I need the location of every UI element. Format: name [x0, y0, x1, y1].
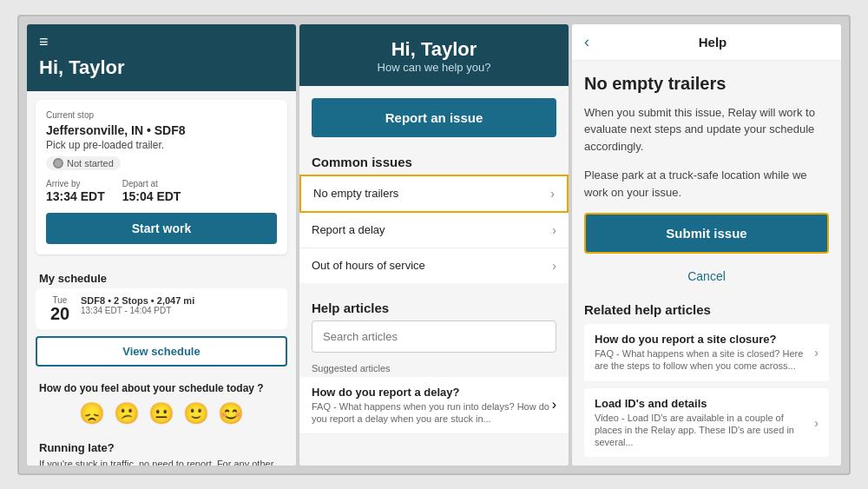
- panel-help-detail: ‹ Help No empty trailers When you submit…: [571, 23, 842, 466]
- start-work-button[interactable]: Start work: [46, 213, 277, 244]
- home-greeting: Hi, Taylor: [39, 56, 284, 79]
- issue-title: No empty trailers: [584, 73, 829, 94]
- related-article-1[interactable]: How do you report a site closure? FAQ - …: [584, 324, 829, 381]
- issue-item-out-of-hours[interactable]: Out of hours of service ›: [299, 248, 569, 283]
- emoji-row: 😞 😕 😐 🙂 😊: [39, 401, 284, 426]
- stop-location: Jeffersonville, IN • SDF8: [46, 123, 277, 137]
- depart-label: Depart at: [122, 179, 181, 188]
- running-late-title: Running late?: [39, 441, 284, 454]
- emoji-5[interactable]: 😊: [218, 401, 244, 426]
- emoji-4[interactable]: 🙂: [183, 401, 209, 426]
- help-articles-title: Help articles: [299, 292, 569, 320]
- back-button[interactable]: ‹: [584, 33, 589, 51]
- help-subtitle: How can we help you?: [312, 61, 556, 74]
- day-name: Tue: [48, 295, 72, 305]
- feedback-question: How do you feel about your schedule toda…: [39, 382, 284, 394]
- help-main-header: Hi, Taylor How can we help you?: [299, 24, 569, 86]
- chevron-icon-1: ›: [550, 187, 555, 201]
- common-issues-title: Common issues: [299, 146, 569, 175]
- schedule-route: SDF8 • 2 Stops • 2,047 mi: [81, 295, 275, 306]
- stop-card: Current stop Jeffersonville, IN • SDF8 P…: [36, 100, 287, 254]
- home-body: Current stop Jeffersonville, IN • SDF8 P…: [27, 91, 296, 466]
- search-articles-input[interactable]: [312, 320, 556, 353]
- related-articles-header: Related help articles: [584, 302, 829, 317]
- stop-action: Pick up pre-loaded trailer.: [46, 139, 277, 151]
- help-greeting: Hi, Taylor: [312, 38, 556, 61]
- article-content: How do you report a delay? FAQ - What ha…: [312, 386, 552, 426]
- emoji-2[interactable]: 😕: [114, 401, 140, 426]
- status-badge: Not started: [46, 156, 121, 170]
- panel-help-main: Hi, Taylor How can we help you? Report a…: [299, 23, 569, 466]
- related-content-1: How do you report a site closure? FAQ - …: [595, 333, 807, 373]
- issue-list: No empty trailers › Report a delay › Out…: [299, 175, 569, 283]
- help-detail-body: No empty trailers When you submit this i…: [572, 61, 841, 466]
- article-title: How do you report a delay?: [312, 386, 552, 399]
- schedule-date: Tue 20: [48, 295, 72, 322]
- times-row: Arrive by 13:34 EDT Depart at 15:04 EDT: [46, 179, 277, 204]
- schedule-item: Tue 20 SDF8 • 2 Stops • 2,047 mi 13:34 E…: [36, 288, 287, 329]
- feedback-section: How do you feel about your schedule toda…: [27, 375, 296, 433]
- related-chevron-2: ›: [814, 416, 819, 430]
- issue-label-2: Report a delay: [312, 223, 385, 236]
- related-article-2[interactable]: Load ID's and details Video - Load ID's …: [584, 388, 829, 458]
- article-item-delay[interactable]: How do you report a delay? FAQ - What ha…: [299, 377, 569, 435]
- schedule-info: SDF8 • 2 Stops • 2,047 mi 13:34 EDT - 14…: [81, 295, 275, 315]
- suggested-label: Suggested articles: [299, 360, 569, 377]
- related-content-2: Load ID's and details Video - Load ID's …: [595, 397, 807, 449]
- menu-icon[interactable]: ≡: [39, 33, 284, 51]
- day-num: 20: [48, 305, 72, 322]
- related-title-1: How do you report a site closure?: [595, 333, 807, 346]
- depart-time: Depart at 15:04 EDT: [122, 179, 181, 204]
- help-detail-title: Help: [596, 35, 829, 50]
- depart-value: 15:04 EDT: [122, 189, 181, 203]
- chevron-icon-2: ›: [552, 223, 556, 237]
- help-detail-header: ‹ Help: [572, 24, 841, 61]
- related-desc-2: Video - Load ID's are available in a cou…: [595, 412, 807, 449]
- issue-item-no-empty-trailers[interactable]: No empty trailers ›: [299, 175, 569, 213]
- running-late-text: If you're stuck in traffic, no need to r…: [39, 458, 284, 466]
- home-header: ≡ Hi, Taylor: [27, 24, 296, 91]
- arrive-label: Arrive by: [46, 179, 105, 188]
- schedule-time: 13:34 EDT - 14:04 PDT: [81, 306, 275, 315]
- screenshot-wrapper: ≡ Hi, Taylor Current stop Jeffersonville…: [17, 15, 851, 475]
- view-schedule-button[interactable]: View schedule: [36, 336, 287, 367]
- emoji-1[interactable]: 😞: [79, 401, 105, 426]
- help-main-body: Report an issue Common issues No empty t…: [299, 86, 569, 466]
- panel-home: ≡ Hi, Taylor Current stop Jeffersonville…: [26, 23, 297, 466]
- submit-issue-button[interactable]: Submit issue: [584, 213, 829, 254]
- report-issue-button[interactable]: Report an issue: [312, 98, 556, 137]
- issue-desc-2: Please park at a truck-safe location whi…: [584, 167, 829, 201]
- current-stop-label: Current stop: [46, 110, 277, 120]
- related-title-2: Load ID's and details: [595, 397, 807, 410]
- issue-label-3: Out of hours of service: [312, 259, 425, 272]
- issue-desc-1: When you submit this issue, Relay will w…: [584, 104, 829, 155]
- issue-item-report-delay[interactable]: Report a delay ›: [299, 213, 569, 248]
- cancel-button[interactable]: Cancel: [584, 262, 829, 290]
- emoji-3[interactable]: 😐: [148, 401, 174, 426]
- article-desc: FAQ - What happens when you run into del…: [312, 400, 552, 426]
- arrive-value: 13:34 EDT: [46, 189, 105, 203]
- issue-label-1: No empty trailers: [313, 187, 398, 200]
- article-chevron: ›: [552, 397, 556, 413]
- schedule-header: My schedule: [27, 263, 296, 288]
- running-late-section: Running late? If you're stuck in traffic…: [27, 433, 296, 466]
- arrive-time: Arrive by 13:34 EDT: [46, 179, 105, 204]
- related-chevron-1: ›: [814, 346, 819, 360]
- related-desc-1: FAQ - What happens when a site is closed…: [595, 347, 807, 373]
- chevron-icon-3: ›: [552, 259, 556, 273]
